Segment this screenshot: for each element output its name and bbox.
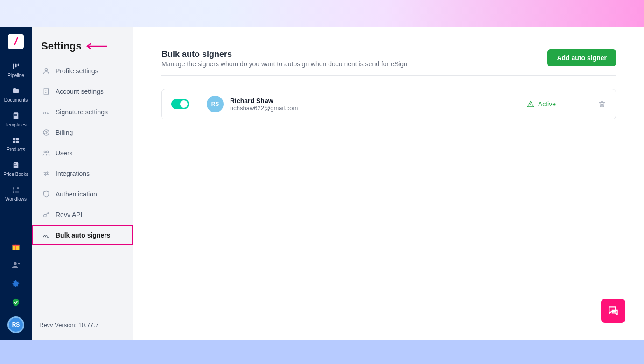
- signature-icon: [42, 231, 50, 239]
- rail-label: Products: [7, 147, 25, 152]
- price-books-icon: [11, 161, 21, 170]
- settings-item-billing[interactable]: Billing: [32, 122, 133, 143]
- signer-email: richshaw622@gmail.com: [230, 105, 527, 112]
- svg-point-19: [14, 262, 17, 265]
- page-subtitle: Manage the signers whom do you want to a…: [161, 60, 407, 68]
- settings-item-label: Integrations: [56, 170, 90, 177]
- page-title: Bulk auto signers: [161, 49, 407, 59]
- status-label: Active: [538, 100, 556, 108]
- settings-title: Settings: [41, 40, 82, 52]
- add-user-icon[interactable]: [11, 260, 21, 270]
- settings-item-api[interactable]: Revv API: [32, 204, 133, 225]
- svg-point-26: [44, 214, 46, 217]
- rail-item-documents[interactable]: Documents: [0, 86, 32, 103]
- settings-item-signature[interactable]: Signature settings: [32, 102, 133, 122]
- settings-item-label: Account settings: [56, 88, 104, 95]
- rail-item-templates[interactable]: Templates: [0, 111, 32, 127]
- svg-rect-7: [16, 138, 19, 140]
- svg-rect-2: [18, 64, 19, 66]
- settings-item-integrations[interactable]: Integrations: [32, 163, 133, 184]
- settings-item-label: Signature settings: [56, 108, 108, 116]
- shield-check-icon[interactable]: [11, 298, 21, 307]
- rail-label: Documents: [4, 98, 28, 103]
- documents-icon: [11, 86, 21, 96]
- building-icon: [42, 88, 50, 95]
- signature-icon: [42, 108, 50, 116]
- annotation-arrow-icon: [84, 42, 108, 51]
- main-panel: Bulk auto signers Manage the signers who…: [133, 27, 644, 340]
- rail-label: Pipeline: [7, 73, 24, 78]
- settings-item-label: Authentication: [56, 190, 97, 198]
- svg-rect-14: [15, 192, 19, 193]
- settings-item-label: Users: [56, 149, 73, 157]
- users-icon: [42, 149, 50, 157]
- settings-gear-icon[interactable]: [11, 279, 21, 288]
- user-icon: [42, 67, 50, 75]
- chat-fab[interactable]: [601, 299, 625, 323]
- rail-item-price-books[interactable]: Price Books: [0, 161, 32, 177]
- top-gradient-bar: [0, 0, 644, 27]
- billing-icon: [42, 129, 50, 136]
- settings-item-label: Bulk auto signers: [56, 231, 110, 239]
- rail-item-pipeline[interactable]: Pipeline: [0, 62, 32, 78]
- signer-toggle[interactable]: [171, 99, 189, 109]
- gift-icon[interactable]: [11, 242, 21, 251]
- integrations-icon: [42, 170, 50, 177]
- svg-rect-15: [14, 189, 14, 191]
- nav-rail: / Pipeline Documents Templates Products: [0, 27, 32, 340]
- svg-point-13: [13, 191, 14, 193]
- svg-point-21: [45, 69, 47, 71]
- settings-item-label: Revv API: [56, 211, 83, 218]
- svg-point-12: [17, 187, 19, 189]
- svg-rect-4: [14, 114, 17, 115]
- warning-triangle-icon: [527, 100, 534, 108]
- settings-item-account[interactable]: Account settings: [32, 81, 133, 102]
- svg-rect-18: [15, 245, 16, 250]
- signer-status: Active: [527, 100, 556, 108]
- signer-row: RS Richard Shaw richshaw622@gmail.com Ac…: [161, 89, 616, 119]
- key-icon: [42, 211, 50, 218]
- app-logo[interactable]: /: [8, 34, 24, 49]
- settings-sidebar: Settings Profile settings Account settin…: [32, 27, 133, 340]
- rail-label: Templates: [5, 122, 27, 127]
- svg-rect-5: [14, 115, 17, 116]
- rail-label: Price Books: [3, 172, 28, 177]
- svg-rect-1: [15, 64, 17, 68]
- svg-point-11: [13, 187, 14, 189]
- settings-item-profile[interactable]: Profile settings: [32, 61, 133, 81]
- svg-point-24: [44, 151, 46, 153]
- svg-rect-8: [13, 141, 15, 143]
- settings-item-label: Profile settings: [56, 67, 98, 75]
- settings-item-authentication[interactable]: Authentication: [32, 184, 133, 204]
- svg-point-25: [47, 151, 49, 153]
- products-icon: [11, 136, 21, 145]
- settings-item-bulk-auto-signers[interactable]: Bulk auto signers: [32, 225, 133, 245]
- rail-item-products[interactable]: Products: [0, 136, 32, 152]
- rail-item-workflows[interactable]: Workflows: [0, 185, 32, 202]
- delete-signer-button[interactable]: [598, 100, 606, 108]
- svg-rect-0: [13, 64, 14, 69]
- signer-name: Richard Shaw: [230, 97, 527, 105]
- templates-icon: [11, 111, 21, 120]
- svg-rect-22: [44, 89, 48, 94]
- signer-avatar: RS: [207, 96, 224, 112]
- settings-item-label: Billing: [56, 129, 73, 136]
- pipeline-icon: [11, 62, 21, 71]
- add-auto-signer-button[interactable]: Add auto signer: [547, 49, 616, 66]
- settings-item-users[interactable]: Users: [32, 143, 133, 163]
- bottom-bar: [0, 340, 644, 364]
- version-text: Revv Version: 10.77.7: [32, 322, 133, 340]
- svg-rect-9: [16, 141, 19, 143]
- user-avatar[interactable]: RS: [7, 316, 24, 333]
- svg-rect-6: [13, 138, 15, 140]
- shield-icon: [42, 190, 50, 198]
- rail-label: Workflows: [5, 196, 27, 202]
- workflows-icon: [11, 185, 21, 195]
